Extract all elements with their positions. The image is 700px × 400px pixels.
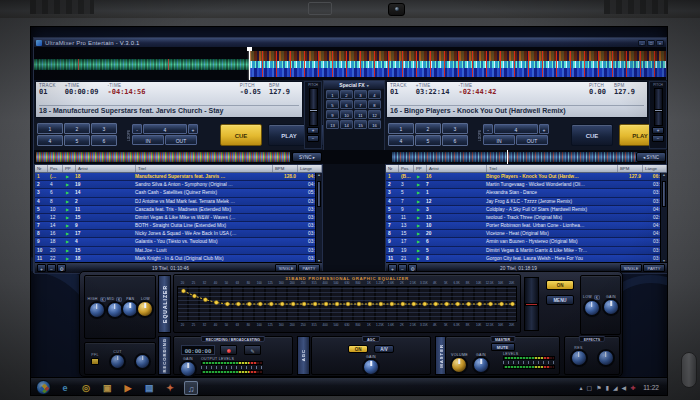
- loop-out-button[interactable]: OUT: [165, 135, 197, 145]
- agc-auto-button[interactable]: A/V: [374, 345, 394, 353]
- mute-button[interactable]: MUTE: [491, 343, 515, 351]
- maximize-button[interactable]: □: [647, 40, 655, 46]
- eq-band-knob[interactable]: [214, 301, 218, 305]
- master-gain-knob[interactable]: [474, 358, 488, 372]
- cue-pad-4[interactable]: 4: [37, 135, 63, 146]
- folder-icon[interactable]: ▣: [100, 381, 114, 395]
- deck-right-wave-strip[interactable]: [392, 152, 648, 162]
- pitch-minus-button[interactable]: −: [652, 135, 664, 142]
- tray-network-icon[interactable]: ◢: [613, 379, 618, 397]
- scrollbar[interactable]: ▲▼: [660, 173, 667, 263]
- cue-pad-4[interactable]: 4: [388, 135, 414, 146]
- agc-on-button[interactable]: ON: [348, 345, 368, 353]
- eq-band-knob[interactable]: [500, 302, 504, 306]
- pitch-minus-button[interactable]: −: [307, 135, 319, 142]
- eq-on-button[interactable]: ON: [546, 280, 574, 290]
- loop-plus-button[interactable]: +: [539, 124, 549, 134]
- knob-high[interactable]: HIGHK: [88, 297, 106, 317]
- table-row[interactable]: 1(B…▶16Bingo Players - Knock You Out (Ha…: [386, 173, 667, 181]
- eq-band-knob[interactable]: [302, 302, 306, 306]
- eq-bands[interactable]: [177, 286, 517, 322]
- gain-knob-right[interactable]: [604, 300, 618, 314]
- fx-pad-16[interactable]: 16: [368, 120, 381, 129]
- column-header-länge[interactable]: Länge: [643, 165, 667, 172]
- eq-menu-button[interactable]: MENU: [546, 295, 574, 305]
- aux-knob[interactable]: [136, 355, 149, 368]
- eq-band-knob[interactable]: [247, 302, 251, 306]
- eq-master-fader[interactable]: [524, 277, 539, 331]
- eq-band-knob[interactable]: [478, 302, 482, 306]
- explorer-icon[interactable]: ▤: [142, 381, 156, 395]
- remove-track-button[interactable]: −: [47, 264, 56, 272]
- party-mode-button[interactable]: PARTY: [643, 264, 665, 272]
- table-row[interactable]: 611▶13twoloud - Track Three (Original Mi…: [386, 214, 667, 222]
- table-row[interactable]: 1019▶5Dimitri Vegas & Martin Garrix & Li…: [386, 247, 667, 255]
- cue-pad-2[interactable]: 2: [415, 123, 441, 134]
- photo-icon[interactable]: ✦: [163, 381, 177, 395]
- eq-band-knob[interactable]: [467, 302, 471, 306]
- mid-knob[interactable]: [108, 303, 122, 317]
- loop-length-value[interactable]: 4: [494, 124, 538, 134]
- eq-band-knob[interactable]: [368, 302, 372, 306]
- eq-band-knob[interactable]: [313, 302, 317, 306]
- cue-pad-1[interactable]: 1: [37, 123, 63, 134]
- pfl-button[interactable]: [91, 358, 99, 365]
- column-header-titel[interactable]: Titel: [136, 165, 273, 172]
- eq-band-knob[interactable]: [225, 302, 229, 306]
- effects-knob[interactable]: [599, 351, 613, 365]
- eq-band-knob[interactable]: [269, 302, 273, 306]
- table-row[interactable]: 47▶12Jay Frog & KLC - Tzzzz (Jerome Remi…: [386, 198, 667, 206]
- deck-left-wave-strip[interactable]: [36, 152, 290, 162]
- record-button[interactable]: [220, 345, 237, 355]
- knob-pan[interactable]: PAN: [123, 297, 137, 317]
- table-row[interactable]: 612▶15Dimitri Vegas & Like Mike vs W&W -…: [35, 214, 322, 222]
- column-header-bpm[interactable]: BPM: [618, 165, 643, 172]
- taskbar-clock[interactable]: 11:22: [639, 384, 663, 391]
- eq-band-knob[interactable]: [357, 302, 361, 306]
- eq-band-knob[interactable]: [181, 289, 185, 293]
- fx-pad-4[interactable]: 4: [368, 90, 381, 99]
- pitch-plus-button[interactable]: +: [652, 127, 664, 134]
- table-row[interactable]: 917▶6Armin van Buuren - Hystereo (Origin…: [386, 238, 667, 246]
- table-row[interactable]: 59▶3Coldplay - A Sky Full Of Stars (Hard…: [386, 206, 667, 214]
- table-row[interactable]: 815▶20Vicetone - Heat (Original Mix)04:0…: [386, 230, 667, 238]
- fx-pad-9[interactable]: 9: [326, 110, 339, 119]
- column-header-artist[interactable]: Artist: [76, 165, 136, 172]
- close-button[interactable]: ×: [656, 40, 664, 46]
- tray-display-icon[interactable]: ▢: [587, 379, 593, 397]
- tray-security-icon[interactable]: ✚: [630, 379, 635, 397]
- fx-pad-8[interactable]: 8: [368, 100, 381, 109]
- waveform-overview[interactable]: [34, 47, 666, 80]
- eq-band-knob[interactable]: [346, 302, 350, 306]
- table-row[interactable]: 36▶14Cash Cash - Satellites (Quinez Remi…: [35, 189, 322, 197]
- table-row[interactable]: 816▶17Nicky Jones & Squad - We Are Back …: [35, 230, 322, 238]
- sync-left-button[interactable]: SYNC ▸: [292, 152, 322, 162]
- loop-plus-button[interactable]: +: [188, 124, 198, 134]
- table-row[interactable]: 23▶7Martin Tungevaag - Wicked Wonderland…: [386, 181, 667, 189]
- ie-icon[interactable]: e: [58, 381, 72, 395]
- playhead-marker[interactable]: [249, 47, 250, 80]
- eq-band-knob[interactable]: [192, 294, 196, 298]
- table-row[interactable]: 1(…▶18Manufactured Superstars feat. Jarv…: [35, 173, 322, 181]
- minimize-button[interactable]: –: [638, 40, 646, 46]
- cue-pad-5[interactable]: 5: [64, 135, 90, 146]
- scrollbar[interactable]: ▲▼: [315, 173, 322, 263]
- low-knob-right[interactable]: [585, 301, 599, 315]
- cue-pad-5[interactable]: 5: [415, 135, 441, 146]
- eq-band-knob[interactable]: [489, 302, 493, 306]
- column-header-titel[interactable]: Titel: [487, 165, 618, 172]
- master-volume-knob[interactable]: [452, 358, 466, 372]
- fx-pad-14[interactable]: 14: [340, 120, 353, 129]
- fx-pad-15[interactable]: 15: [354, 120, 367, 129]
- table-row[interactable]: 35▶1Alexandra Stan - Dance03:13: [386, 189, 667, 197]
- eq-band-knob[interactable]: [291, 302, 295, 306]
- loop-minus-button[interactable]: -: [132, 124, 142, 134]
- cue-button[interactable]: CUE: [220, 124, 262, 146]
- fx-pad-10[interactable]: 10: [340, 110, 353, 119]
- cue-pad-3[interactable]: 3: [442, 123, 468, 134]
- eq-band-knob[interactable]: [203, 298, 207, 302]
- cue-pad-6[interactable]: 6: [91, 135, 117, 146]
- recording-gain-knob[interactable]: [181, 362, 195, 376]
- fx-pad-5[interactable]: 5: [326, 100, 339, 109]
- eq-band-knob[interactable]: [379, 302, 383, 306]
